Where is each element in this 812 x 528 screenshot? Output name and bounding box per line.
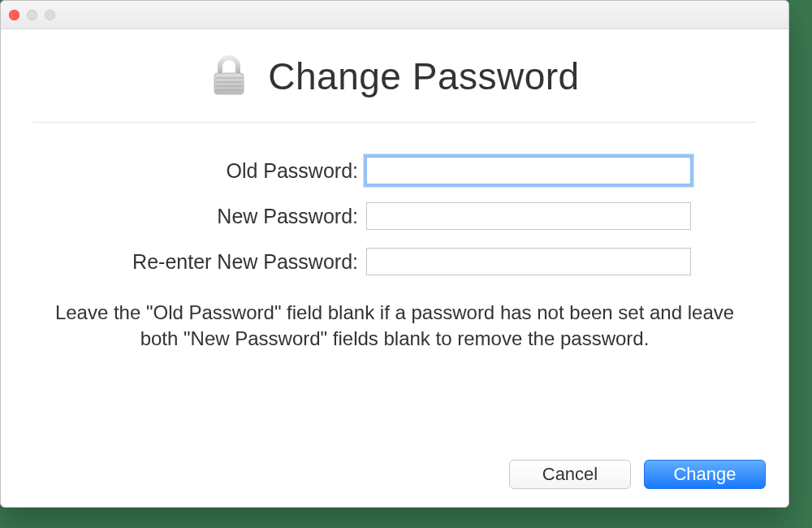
window-titlebar <box>1 1 788 29</box>
window-minimize-button[interactable] <box>27 10 37 20</box>
svg-rect-0 <box>214 73 244 94</box>
dialog-header: Change Password <box>33 54 756 123</box>
old-password-input[interactable] <box>366 157 691 184</box>
cancel-button[interactable]: Cancel <box>509 460 631 489</box>
reenter-password-input[interactable] <box>366 248 691 275</box>
dialog-button-row: Cancel Change <box>509 460 766 489</box>
new-password-label: New Password: <box>33 205 366 228</box>
window-zoom-button[interactable] <box>45 10 55 20</box>
old-password-label: Old Password: <box>33 159 366 183</box>
reenter-password-label: Re-enter New Password: <box>33 250 366 274</box>
hint-text: Leave the "Old Password" field blank if … <box>33 300 756 353</box>
window-close-button[interactable] <box>9 10 19 20</box>
dialog-title: Change Password <box>268 54 579 98</box>
change-password-dialog: Change Password Old Password: New Passwo… <box>0 0 789 508</box>
change-button[interactable]: Change <box>644 460 766 489</box>
lock-icon <box>209 54 248 99</box>
password-form: Old Password: New Password: Re-enter New… <box>33 157 756 275</box>
new-password-input[interactable] <box>366 202 691 230</box>
